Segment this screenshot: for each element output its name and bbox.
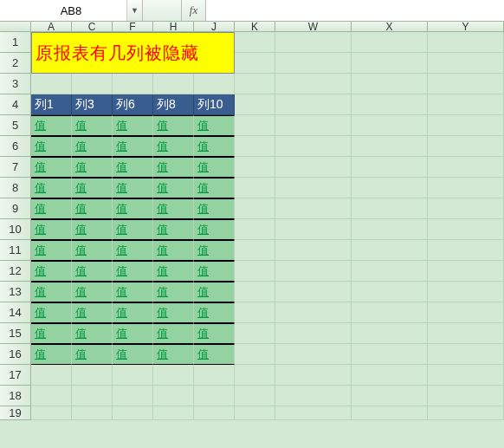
- table-data-cell[interactable]: 值: [153, 240, 194, 261]
- table-data-cell[interactable]: 值: [31, 261, 72, 282]
- name-box-dropdown[interactable]: ▼: [126, 0, 142, 21]
- cell[interactable]: [31, 386, 72, 406]
- row-header-10[interactable]: 10: [0, 219, 31, 240]
- table-data-cell[interactable]: 值: [31, 323, 72, 344]
- table-data-cell[interactable]: 值: [153, 198, 194, 219]
- table-header-cell[interactable]: 列3: [72, 94, 113, 115]
- cell[interactable]: [428, 302, 504, 323]
- select-all-corner[interactable]: [0, 22, 31, 32]
- table-data-cell[interactable]: 值: [194, 344, 235, 365]
- cell[interactable]: [428, 157, 504, 178]
- cell[interactable]: [352, 344, 428, 365]
- table-data-cell[interactable]: 值: [31, 344, 72, 365]
- cell[interactable]: [428, 74, 504, 94]
- row-header-12[interactable]: 12: [0, 261, 31, 282]
- cell[interactable]: [275, 240, 352, 261]
- row-header-16[interactable]: 16: [0, 344, 31, 365]
- row-header-7[interactable]: 7: [0, 157, 31, 178]
- column-header-F[interactable]: F: [113, 22, 153, 32]
- cell[interactable]: [428, 198, 504, 219]
- cell[interactable]: [275, 302, 352, 323]
- table-header-cell[interactable]: 列8: [153, 94, 194, 115]
- cell[interactable]: [428, 240, 504, 261]
- cell[interactable]: [235, 323, 275, 344]
- cell[interactable]: [153, 365, 194, 386]
- table-data-cell[interactable]: 值: [113, 219, 153, 240]
- table-data-cell[interactable]: 值: [31, 157, 72, 178]
- table-data-cell[interactable]: 值: [153, 344, 194, 365]
- column-header-X[interactable]: X: [352, 22, 428, 32]
- cell[interactable]: [235, 261, 275, 282]
- cell[interactable]: [275, 323, 352, 344]
- table-data-cell[interactable]: 值: [194, 198, 235, 219]
- cell[interactable]: [235, 157, 275, 178]
- cell[interactable]: [275, 365, 352, 386]
- table-data-cell[interactable]: 值: [113, 282, 153, 302]
- table-data-cell[interactable]: 值: [72, 115, 113, 136]
- cell[interactable]: [275, 198, 352, 219]
- cell[interactable]: [235, 302, 275, 323]
- cell[interactable]: [352, 115, 428, 136]
- cell[interactable]: [235, 282, 275, 302]
- cell[interactable]: [275, 344, 352, 365]
- cell[interactable]: [235, 94, 275, 115]
- cell[interactable]: [428, 282, 504, 302]
- cell[interactable]: [275, 53, 352, 74]
- row-header-8[interactable]: 8: [0, 178, 31, 198]
- cell[interactable]: [235, 365, 275, 386]
- table-data-cell[interactable]: 值: [113, 178, 153, 198]
- cell[interactable]: [352, 53, 428, 74]
- table-data-cell[interactable]: 值: [72, 178, 113, 198]
- column-header-Y[interactable]: Y: [428, 22, 504, 32]
- table-data-cell[interactable]: 值: [194, 115, 235, 136]
- table-data-cell[interactable]: 值: [194, 157, 235, 178]
- cell[interactable]: [428, 32, 504, 53]
- row-header-6[interactable]: 6: [0, 136, 31, 157]
- cell[interactable]: [113, 386, 153, 406]
- cell[interactable]: [428, 323, 504, 344]
- cell[interactable]: [235, 386, 275, 406]
- table-data-cell[interactable]: 值: [153, 136, 194, 157]
- cell[interactable]: [428, 115, 504, 136]
- table-data-cell[interactable]: 值: [31, 282, 72, 302]
- column-header-W[interactable]: W: [275, 22, 352, 32]
- cell[interactable]: [352, 198, 428, 219]
- cell[interactable]: [235, 53, 275, 74]
- cell[interactable]: [275, 157, 352, 178]
- cell[interactable]: [235, 344, 275, 365]
- cell[interactable]: [428, 178, 504, 198]
- row-header-2[interactable]: 2: [0, 53, 31, 74]
- cell[interactable]: [352, 32, 428, 53]
- table-data-cell[interactable]: 值: [72, 302, 113, 323]
- row-header-3[interactable]: 3: [0, 74, 31, 94]
- cell[interactable]: [352, 240, 428, 261]
- table-data-cell[interactable]: 值: [153, 157, 194, 178]
- table-data-cell[interactable]: 值: [113, 136, 153, 157]
- table-data-cell[interactable]: 值: [153, 323, 194, 344]
- cell[interactable]: [352, 157, 428, 178]
- cell[interactable]: [428, 136, 504, 157]
- cell[interactable]: [235, 219, 275, 240]
- cell[interactable]: [352, 282, 428, 302]
- cell[interactable]: [352, 386, 428, 406]
- table-data-cell[interactable]: 值: [194, 136, 235, 157]
- cell[interactable]: [235, 115, 275, 136]
- cell[interactable]: [275, 32, 352, 53]
- cell[interactable]: [428, 261, 504, 282]
- column-header-C[interactable]: C: [72, 22, 113, 32]
- fx-icon[interactable]: fx: [182, 0, 206, 21]
- column-header-A[interactable]: A: [31, 22, 72, 32]
- row-header-18[interactable]: 18: [0, 386, 31, 406]
- table-header-cell[interactable]: 列10: [194, 94, 235, 115]
- cell[interactable]: [428, 344, 504, 365]
- cell[interactable]: [275, 282, 352, 302]
- cell[interactable]: [194, 386, 235, 406]
- cell[interactable]: [31, 365, 72, 386]
- table-data-cell[interactable]: 值: [31, 136, 72, 157]
- formula-input[interactable]: [206, 0, 504, 21]
- row-header-19[interactable]: 19: [0, 406, 31, 420]
- cell[interactable]: [153, 406, 194, 420]
- cell[interactable]: [235, 178, 275, 198]
- cell[interactable]: [275, 94, 352, 115]
- cell[interactable]: [275, 136, 352, 157]
